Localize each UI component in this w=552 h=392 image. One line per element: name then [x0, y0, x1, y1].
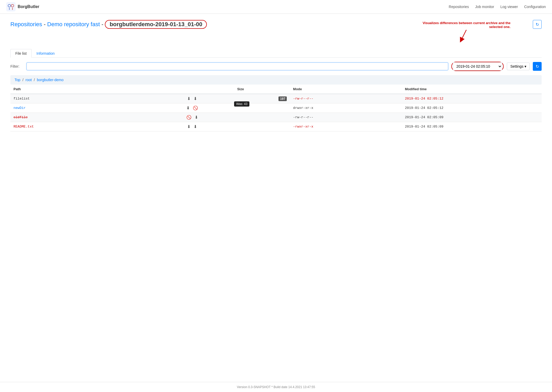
table-row: newDir⬇🚫drwxr-xr-x2019-01-24 02:05:12	[10, 103, 542, 113]
col-header-path: Path	[10, 85, 150, 94]
cell-size: 197Was: 43	[234, 94, 290, 103]
tab-information[interactable]: Information	[32, 49, 60, 58]
path-root[interactable]: root	[25, 78, 32, 82]
cell-mtime: 2019-01-24 02:05:12	[402, 94, 542, 103]
download-icon-2[interactable]: ⬇	[194, 124, 197, 129]
mtime-value: 2019-01-24 02:05:09	[405, 125, 443, 129]
nav-log-viewer[interactable]: Log viewer	[500, 5, 518, 9]
settings-button[interactable]: Settings ▾	[507, 62, 530, 70]
file-deleted: oldfile	[13, 115, 28, 119]
cell-path: filelist	[10, 94, 150, 103]
svg-rect-0	[6, 2, 16, 11]
diff-annotation-text: Visualizes differences between current a…	[412, 21, 510, 29]
cell-size	[234, 122, 290, 131]
nav-configuration[interactable]: Configuration	[524, 5, 546, 9]
table-header: Path Size Mode Modified time	[10, 85, 542, 94]
cancel-icon[interactable]: 🚫	[193, 106, 198, 110]
cell-mtime: 2019-01-24 02:05:12	[402, 103, 542, 113]
path-sep1: /	[22, 78, 23, 82]
cell-actions: 🚫⬇	[150, 113, 234, 122]
file-table-body: filelist⬇⬇197Was: 43-rw-r--r--2019-01-24…	[10, 94, 542, 131]
path-top[interactable]: Top	[15, 78, 21, 82]
mode-value: -rw-r--r--	[293, 97, 313, 101]
archive-name: borgbutlerdemo-2019-01-13_01-00	[105, 20, 207, 29]
col-header-size: Size	[234, 85, 290, 94]
cell-actions: ⬇⬇	[150, 122, 234, 131]
mode-value: -rwxr-xr-x	[293, 125, 313, 129]
col-header-mtime: Modified time	[402, 85, 542, 94]
settings-chevron-icon: ▾	[524, 64, 526, 68]
filter-row: Filter: 2019-01-24 02:05:10 Settings ▾ ↻	[10, 62, 542, 71]
tabs: File list Information	[10, 49, 542, 58]
header-refresh-button[interactable]: ↻	[533, 20, 542, 29]
filter-label: Filter:	[10, 64, 23, 68]
cell-path: README.txt	[10, 122, 150, 131]
col-header-mode: Mode	[290, 85, 402, 94]
filter-input[interactable]	[26, 62, 448, 70]
path-sep2: /	[34, 78, 35, 82]
download-icon-1[interactable]: ⬇	[186, 106, 190, 110]
mode-value: drwxr-xr-x	[293, 106, 313, 110]
path-bar: Top / root / borgbutler-demo	[10, 75, 542, 85]
mtime-value: 2019-01-24 02:05:09	[405, 115, 443, 119]
mtime-value: 2019-01-24 02:05:12	[405, 97, 443, 101]
cancel-icon[interactable]: 🚫	[186, 115, 192, 120]
file-name: filelist	[13, 97, 30, 101]
app-name: BorgButler	[18, 4, 39, 9]
settings-label: Settings	[510, 64, 523, 68]
cell-size	[234, 113, 290, 122]
mtime-value: 2019-01-24 02:05:12	[405, 106, 443, 110]
annotation-arrow	[459, 30, 474, 43]
col-header-actions	[150, 85, 234, 94]
cell-path: oldfile	[10, 113, 150, 122]
filter-refresh-button[interactable]: ↻	[533, 62, 542, 71]
archive-select[interactable]: 2019-01-24 02:05:10	[453, 62, 502, 71]
tab-file-list[interactable]: File list	[10, 49, 32, 58]
cell-mtime: 2019-01-24 02:05:09	[402, 113, 542, 122]
nav-repositories[interactable]: Repositories	[449, 5, 469, 9]
link-repo[interactable]: Demo repository fast	[47, 21, 100, 27]
diff-annotation: Visualizes differences between current a…	[412, 21, 521, 43]
cell-mtime: 2019-01-24 02:05:09	[402, 122, 542, 131]
cell-mode: -rw-r--r--	[290, 113, 402, 122]
file-name: README.txt	[13, 125, 34, 129]
app-logo	[6, 2, 16, 11]
file-link[interactable]: newDir	[13, 106, 26, 110]
table-row: README.txt⬇⬇-rwxr-xr-x2019-01-24 02:05:0…	[10, 122, 542, 131]
mode-value: -rw-r--r--	[293, 115, 313, 119]
cell-mode: -rw-r--r--	[290, 94, 402, 103]
link-repositories[interactable]: Repositories	[10, 21, 42, 27]
cell-mode: drwxr-xr-x	[290, 103, 402, 113]
size-badge: 197	[278, 96, 287, 101]
file-table: Path Size Mode Modified time filelist⬇⬇1…	[10, 85, 542, 131]
archive-select-wrapper: 2019-01-24 02:05:10	[451, 62, 504, 71]
table-row: oldfile🚫⬇-rw-r--r--2019-01-24 02:05:09	[10, 113, 542, 122]
svg-line-5	[461, 30, 466, 40]
cell-actions: ⬇⬇	[150, 94, 234, 103]
page-title: Repositories - Demo repository fast - bo…	[10, 20, 207, 29]
separator2: -	[101, 21, 105, 27]
download-icon-1[interactable]: ⬇	[187, 96, 190, 101]
nav-links: Repositories Job monitor Log viewer Conf…	[449, 5, 546, 9]
nav-job-monitor[interactable]: Job monitor	[475, 5, 494, 9]
annotation-area: Visualizes differences between current a…	[10, 34, 542, 47]
navbar: BorgButler Repositories Job monitor Log …	[0, 0, 552, 14]
cell-mode: -rwxr-xr-x	[290, 122, 402, 131]
brand: BorgButler	[6, 2, 39, 11]
download-icon-2[interactable]: ⬇	[195, 115, 198, 120]
download-icon-2[interactable]: ⬇	[194, 96, 197, 101]
main-content: Repositories - Demo repository fast - bo…	[0, 14, 552, 138]
separator1: -	[44, 21, 47, 27]
table-row: filelist⬇⬇197Was: 43-rw-r--r--2019-01-24…	[10, 94, 542, 103]
path-dir[interactable]: borgbutler-demo	[37, 78, 64, 82]
cell-actions: ⬇🚫	[150, 103, 234, 113]
download-icon-1[interactable]: ⬇	[187, 124, 190, 129]
cell-path: newDir	[10, 103, 150, 113]
was-tooltip: Was: 43	[234, 101, 250, 107]
